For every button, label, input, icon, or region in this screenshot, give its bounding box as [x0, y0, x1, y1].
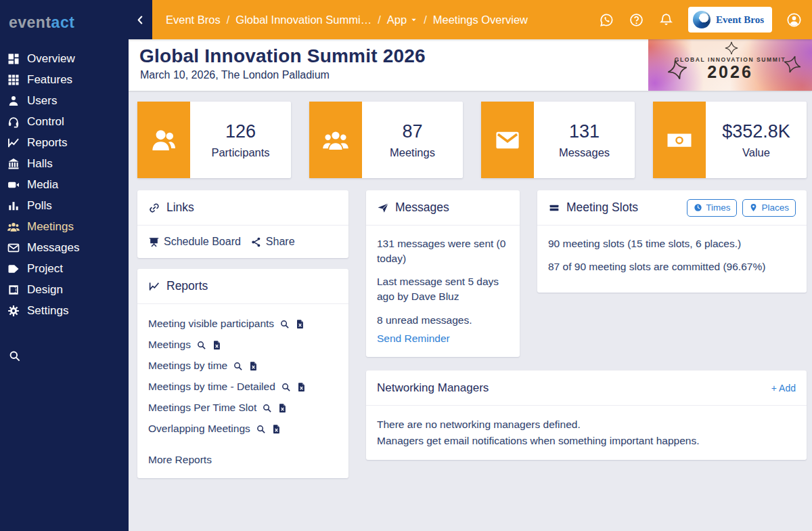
places-button[interactable]: Places — [742, 199, 796, 217]
report-row: Meetings Per Time Slot — [148, 402, 338, 414]
last-message-info: Last message sent 5 days ago by Dave Blu… — [377, 274, 509, 303]
stat-label: Value — [742, 146, 770, 159]
excel-file-icon[interactable] — [296, 382, 307, 392]
report-link[interactable]: Meetings — [148, 339, 191, 351]
more-reports-link[interactable]: More Reports — [148, 454, 338, 466]
sidebar-item-label: Reports — [27, 136, 68, 150]
overview-icon — [7, 52, 20, 66]
features-icon — [7, 73, 20, 87]
sidebar-item-label: Settings — [27, 304, 68, 318]
magnifier-icon[interactable] — [233, 361, 243, 371]
halls-icon — [7, 157, 20, 171]
breadcrumb-item-label: App — [387, 14, 407, 26]
reports-icon — [7, 136, 20, 150]
magnifier-icon[interactable] — [256, 424, 266, 434]
help-icon[interactable] — [629, 12, 644, 28]
sidebar-item-features[interactable]: Features — [0, 69, 129, 90]
organization-pill[interactable]: Event Bros — [688, 7, 772, 33]
control-icon — [7, 115, 20, 129]
whatsapp-icon[interactable] — [599, 12, 614, 28]
sidebar-item-reports[interactable]: Reports — [0, 132, 129, 153]
breadcrumb-item[interactable]: App — [387, 14, 418, 26]
settings-icon — [7, 304, 20, 318]
schedule-board-link[interactable]: Schedule Board — [148, 236, 241, 248]
stat-value: 87 — [402, 121, 422, 142]
messages-panel-body: 131 messages were sent (0 today) Last me… — [366, 226, 520, 357]
sidebar-item-polls[interactable]: Polls — [0, 195, 129, 216]
breadcrumb-item[interactable]: Event Bros — [166, 14, 221, 26]
sidebar-item-media[interactable]: Media — [0, 174, 129, 195]
sidebar-item-project[interactable]: Project — [0, 258, 129, 279]
add-manager-button[interactable]: + Add — [771, 383, 796, 394]
excel-file-icon[interactable] — [295, 319, 305, 329]
report-link[interactable]: Meetings by time — [148, 360, 227, 372]
star-decoration-icon — [724, 41, 739, 56]
share-icon — [250, 236, 262, 248]
sidebar-item-settings[interactable]: Settings — [0, 300, 129, 321]
links-panel: Links Schedule BoardShare — [137, 190, 348, 258]
organization-name: Event Bros — [716, 14, 764, 26]
media-icon — [7, 178, 20, 192]
excel-file-icon[interactable] — [248, 361, 258, 371]
send-reminder-link[interactable]: Send Reminder — [377, 333, 450, 344]
envelope-icon — [493, 126, 522, 154]
sidebar-item-halls[interactable]: Halls — [0, 153, 129, 174]
panel-columns: Links Schedule BoardShare Reports Meetin… — [137, 190, 807, 478]
breadcrumb-separator: / — [378, 14, 381, 26]
stat-card-body: $352.8KValue — [706, 102, 807, 178]
times-button[interactable]: Times — [687, 199, 737, 217]
clock-icon — [694, 203, 702, 212]
report-link[interactable]: Meetings by time - Detailed — [148, 381, 275, 393]
breadcrumb-item-label: Global Innovation Summi… — [235, 14, 371, 26]
sidebar-item-design[interactable]: Design — [0, 279, 129, 300]
sidebar-item-label: Media — [27, 178, 58, 192]
excel-file-icon[interactable] — [212, 340, 222, 350]
magnifier-icon[interactable] — [279, 319, 290, 329]
sidebar-search-icon[interactable] — [8, 349, 129, 365]
sidebar-item-label: Control — [27, 115, 64, 129]
sidebar-item-users[interactable]: Users — [0, 90, 129, 111]
meetings-icon — [321, 126, 350, 154]
sidebar-item-messages[interactable]: Messages — [0, 237, 129, 258]
share-link[interactable]: Share — [250, 236, 295, 248]
report-link[interactable]: Overlapping Meetings — [148, 423, 250, 435]
managers-help-text: Managers get email notifications when so… — [377, 433, 796, 449]
report-link[interactable]: Meeting visible participants — [148, 318, 274, 330]
sidebar-menu: OverviewFeaturesUsersControlReportsHalls… — [0, 48, 129, 321]
magnifier-icon[interactable] — [262, 403, 272, 413]
users-icon — [7, 94, 20, 108]
stat-icon-tile — [653, 102, 706, 178]
search-icon — [8, 349, 21, 362]
sidebar-item-label: Users — [27, 94, 57, 108]
report-link[interactable]: Meetings Per Time Slot — [148, 402, 256, 414]
stat-value: 126 — [225, 121, 256, 142]
main-content: 126Participants87Meetings131Messages$352… — [129, 91, 812, 531]
breadcrumb-item[interactable]: Global Innovation Summi… — [235, 14, 371, 26]
excel-file-icon[interactable] — [271, 424, 281, 434]
sidebar-item-overview[interactable]: Overview — [0, 48, 129, 69]
board-icon — [148, 236, 160, 248]
magnifier-icon[interactable] — [196, 340, 206, 350]
breadcrumb-separator: / — [424, 14, 427, 26]
sidebar-item-label: Features — [27, 73, 72, 87]
stat-label: Participants — [211, 146, 269, 159]
meetings-icon — [7, 220, 20, 234]
report-row: Meetings — [148, 339, 338, 351]
networking-managers-title: Networking Managers — [377, 381, 489, 395]
stat-card-participants: 126Participants — [137, 102, 291, 178]
notifications-bell-icon[interactable] — [658, 12, 674, 28]
excel-file-icon[interactable] — [277, 403, 288, 413]
breadcrumb-item[interactable]: Meetings Overview — [433, 14, 528, 26]
breadcrumb-separator: / — [227, 14, 230, 26]
sidebar-item-label: Halls — [27, 157, 53, 171]
stat-card-body: 87Meetings — [362, 102, 463, 178]
magnifier-icon[interactable] — [281, 382, 291, 392]
meeting-slots-body: 90 meeting slots (15 time slots, 6 place… — [537, 226, 807, 293]
account-icon[interactable] — [786, 12, 802, 28]
sidebar-item-control[interactable]: Control — [0, 111, 129, 132]
sidebar-item-meetings[interactable]: Meetings — [0, 216, 129, 237]
organization-logo — [693, 11, 710, 28]
messages-panel-header: Messages — [366, 190, 520, 226]
reports-panel-title: Reports — [166, 279, 208, 293]
sidebar-collapse-button[interactable] — [129, 0, 152, 39]
